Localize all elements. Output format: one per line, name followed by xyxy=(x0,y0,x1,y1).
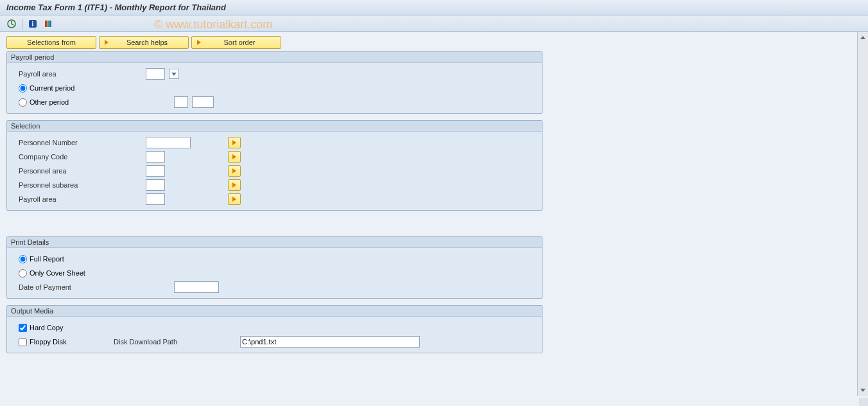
other-period-p1[interactable] xyxy=(174,96,188,108)
floppy-check[interactable]: Floppy Disk xyxy=(13,338,110,346)
arrow-right-icon xyxy=(232,197,236,202)
scroll-down-icon[interactable] xyxy=(858,385,868,396)
sort-order-button[interactable]: Sort order xyxy=(191,36,281,49)
field-label: Personnel subarea xyxy=(13,181,142,189)
output-media-group: Output Media Hard Copy Floppy Disk Disk … xyxy=(6,305,542,353)
multi-select-button[interactable] xyxy=(228,179,241,191)
selections-from-label: Selections from xyxy=(27,39,76,46)
selections-from-button[interactable]: Selections from xyxy=(6,36,96,49)
selection-row: Payroll area xyxy=(13,192,535,206)
multi-select-button[interactable] xyxy=(228,137,241,148)
group-title: Output Media xyxy=(7,306,542,317)
selection-row: Personnel Number xyxy=(13,136,535,150)
date-payment-label: Date of Payment xyxy=(13,283,142,291)
field-label: Payroll area xyxy=(13,195,142,203)
search-helps-button[interactable]: Search helps xyxy=(99,36,189,49)
payroll-area-label: Payroll area xyxy=(13,70,142,78)
cover-sheet-input[interactable] xyxy=(19,269,27,278)
payroll-area-input[interactable] xyxy=(146,68,165,80)
current-period-label: Current period xyxy=(30,84,74,92)
field-label: Company Code xyxy=(13,153,142,161)
arrow-right-icon xyxy=(232,154,236,159)
selection-row: Personnel subarea xyxy=(13,178,535,192)
multi-select-button[interactable] xyxy=(228,165,241,177)
current-period-input[interactable] xyxy=(19,84,27,93)
arrow-right-icon xyxy=(232,182,236,188)
toolbar-separator xyxy=(22,19,22,29)
arrow-right-icon xyxy=(105,40,108,45)
svg-rect-4 xyxy=(48,21,49,27)
palette-icon[interactable] xyxy=(43,19,53,29)
svg-rect-5 xyxy=(49,21,51,27)
window-title: Income Tax Form 1 (ITF1) - Monthly Repor… xyxy=(6,3,226,12)
info-icon[interactable]: i xyxy=(28,19,38,29)
payroll-area-sel-input[interactable] xyxy=(146,193,165,205)
group-title: Print Details xyxy=(7,237,542,248)
arrow-right-icon xyxy=(232,140,236,145)
full-report-radio[interactable]: Full Report xyxy=(13,255,64,263)
full-report-input[interactable] xyxy=(19,255,27,263)
print-details-group: Print Details Full Report Only Cover She… xyxy=(6,236,542,299)
svg-rect-3 xyxy=(45,21,47,27)
date-payment-input[interactable] xyxy=(174,281,219,293)
window-title-bar: Income Tax Form 1 (ITF1) - Monthly Repor… xyxy=(0,0,868,15)
arrow-right-icon xyxy=(232,168,236,173)
selection-row: Personnel area xyxy=(13,164,535,178)
svg-text:i: i xyxy=(32,21,34,28)
hard-copy-label: Hard Copy xyxy=(30,324,64,331)
other-period-p2[interactable] xyxy=(192,96,214,108)
personnel-number-input[interactable] xyxy=(146,137,191,148)
company-code-input[interactable] xyxy=(146,151,165,163)
execute-icon[interactable] xyxy=(6,19,17,29)
full-report-label: Full Report xyxy=(30,255,64,263)
group-title: Selection xyxy=(7,121,542,132)
other-period-input[interactable] xyxy=(19,98,27,107)
current-period-radio[interactable]: Current period xyxy=(13,84,74,93)
hard-copy-check[interactable]: Hard Copy xyxy=(13,324,64,332)
arrow-right-icon xyxy=(197,40,201,45)
scroll-up-icon[interactable] xyxy=(858,32,868,43)
cover-sheet-radio[interactable]: Only Cover Sheet xyxy=(13,269,85,278)
personnel-subarea-input[interactable] xyxy=(146,179,165,191)
field-label: Personnel area xyxy=(13,167,142,175)
payroll-period-group: Payroll period Payroll area Current peri… xyxy=(6,51,542,114)
resize-handle[interactable] xyxy=(859,398,868,406)
other-period-label: Other period xyxy=(30,98,69,106)
selection-row: Company Code xyxy=(13,150,535,164)
multi-select-button[interactable] xyxy=(228,151,241,163)
button-row: Selections from Search helps Sort order xyxy=(6,36,862,49)
dropdown-icon[interactable] xyxy=(169,69,179,79)
path-input[interactable] xyxy=(240,336,420,348)
field-label: Personnel Number xyxy=(13,139,142,146)
other-period-radio[interactable]: Other period xyxy=(13,98,142,107)
search-helps-label: Search helps xyxy=(111,39,183,46)
floppy-label: Floppy Disk xyxy=(30,338,66,346)
floppy-input[interactable] xyxy=(19,338,27,346)
cover-sheet-label: Only Cover Sheet xyxy=(30,269,85,277)
vertical-scrollbar[interactable] xyxy=(857,32,868,396)
group-title: Payroll period xyxy=(7,52,542,63)
application-toolbar: i xyxy=(0,15,868,32)
hard-copy-input[interactable] xyxy=(19,324,27,332)
selection-group: Selection Personnel Number Company Code … xyxy=(6,120,542,211)
multi-select-button[interactable] xyxy=(228,193,241,205)
path-label: Disk Download Path xyxy=(114,338,200,346)
content-area: Selections from Search helps Sort order … xyxy=(0,32,868,406)
sort-order-label: Sort order xyxy=(204,39,275,46)
personnel-area-input[interactable] xyxy=(146,165,165,177)
